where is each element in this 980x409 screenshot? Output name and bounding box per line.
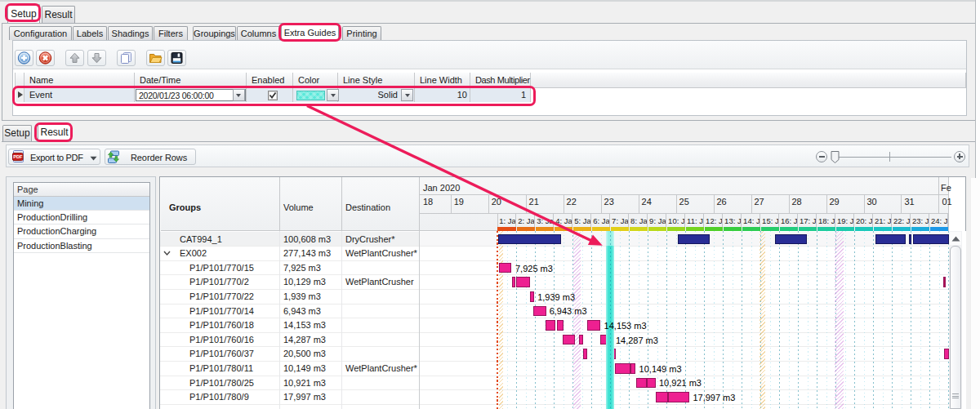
svg-text:PDF: PDF (13, 154, 23, 159)
